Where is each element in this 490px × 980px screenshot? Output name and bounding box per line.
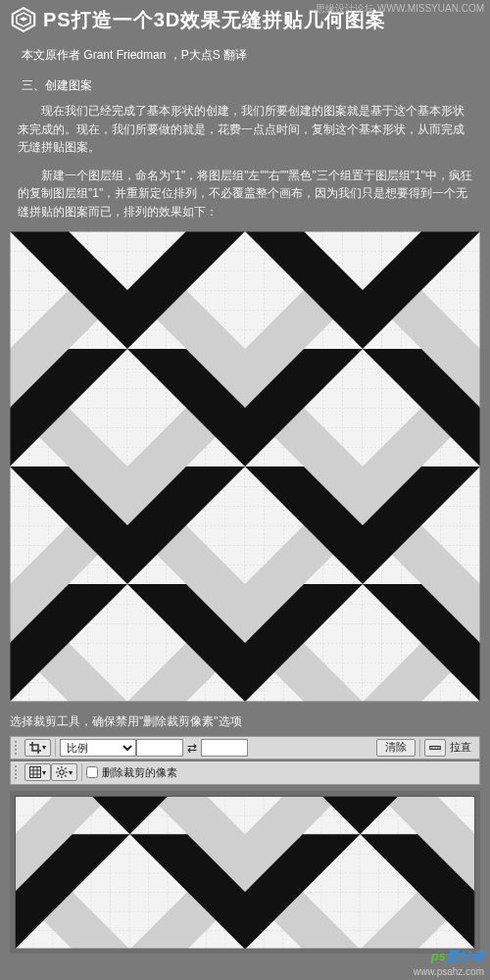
crop-icon (29, 742, 41, 754)
overlay-grid-button[interactable]: ▾ (24, 763, 51, 781)
grip-icon (15, 741, 21, 755)
forum-credit: 思缘设计论坛 WWW.MISSYUAN.COM (316, 2, 484, 16)
crop-preview-frame (10, 791, 480, 955)
svg-line-22 (65, 775, 67, 777)
site-watermark: ps爱好者 www.psahz.com (414, 950, 484, 978)
swap-icon[interactable]: ⇄ (183, 741, 201, 755)
ratio-mode-select[interactable]: 比例 (60, 739, 136, 757)
chevron-down-icon: ▾ (42, 768, 46, 777)
author-line: 本文原作者 Grant Friedman ，P大点S 翻译 (0, 37, 490, 72)
svg-line-23 (65, 768, 67, 770)
straighten-icon (429, 742, 441, 754)
ratio-width-input[interactable] (136, 739, 183, 757)
chevron-down-icon: ▾ (42, 743, 46, 752)
svg-rect-11 (30, 767, 41, 778)
gear-icon (56, 766, 68, 778)
grid-icon (29, 766, 41, 778)
pattern-canvas-crop (15, 796, 475, 950)
svg-point-16 (60, 770, 65, 775)
svg-line-21 (58, 768, 60, 770)
watermark-url: www.psahz.com (414, 966, 484, 977)
logo-icon (10, 6, 37, 33)
options-gear-button[interactable]: ▾ (51, 763, 77, 781)
svg-marker-2 (20, 17, 27, 21)
grip-icon (15, 765, 21, 779)
crop-toolbar-row2: ▾ ▾ 删除裁剪的像素 (10, 761, 480, 785)
watermark-ps: ps (431, 949, 446, 963)
paragraph-2: 新建一个图层组，命名为"1"，将图层组"左""右""黑色"三个组置于图层组"1"… (0, 163, 490, 227)
delete-cropped-pixels-checkbox[interactable] (86, 766, 98, 778)
section-title: 三、创建图案 (0, 72, 490, 98)
svg-line-24 (58, 775, 60, 777)
caption-crop: 选择裁剪工具，确保禁用"删除裁剪像素"选项 (0, 708, 490, 736)
ratio-height-input[interactable] (201, 739, 248, 757)
clear-button[interactable]: 清除 (376, 739, 416, 757)
separator (55, 739, 56, 757)
straighten-button[interactable] (424, 739, 446, 757)
separator (81, 763, 82, 781)
watermark-cn: 爱好者 (446, 949, 484, 963)
crop-tool-button[interactable]: ▾ (24, 739, 51, 757)
pattern-canvas-large (10, 231, 480, 702)
chevron-down-icon: ▾ (69, 768, 73, 777)
crop-toolbar: ▾ 比例 ⇄ 清除 拉直 (10, 736, 480, 760)
paragraph-1: 现在我们已经完成了基本形状的创建，我们所要创建的图案就是基于这个基本形状来完成的… (0, 98, 490, 163)
straighten-label: 拉直 (446, 740, 475, 755)
separator (419, 739, 420, 757)
delete-cropped-pixels-label: 删除裁剪的像素 (98, 765, 181, 780)
